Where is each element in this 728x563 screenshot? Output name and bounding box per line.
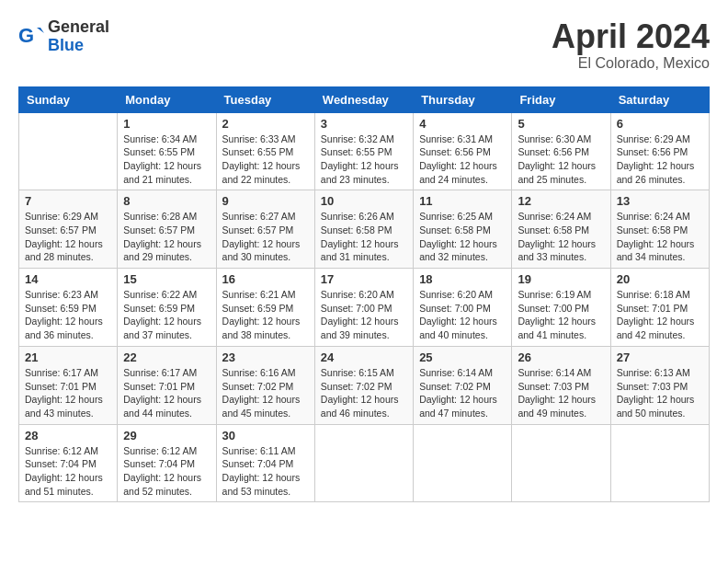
day-number: 9 bbox=[222, 194, 309, 208]
daylight: Daylight: 12 hours and 24 minutes. bbox=[419, 160, 497, 185]
sunrise: Sunrise: 6:13 AM bbox=[617, 367, 690, 378]
daylight: Daylight: 12 hours and 25 minutes. bbox=[518, 160, 596, 185]
location: El Colorado, Mexico bbox=[552, 55, 710, 72]
calendar-cell bbox=[610, 424, 709, 502]
day-number: 21 bbox=[25, 350, 111, 364]
daylight: Daylight: 12 hours and 26 minutes. bbox=[617, 160, 695, 185]
calendar-cell: 30 Sunrise: 6:11 AM Sunset: 7:04 PM Dayl… bbox=[216, 424, 314, 502]
cell-info: Sunrise: 6:24 AM Sunset: 6:58 PM Dayligh… bbox=[617, 210, 703, 264]
daylight: Daylight: 12 hours and 39 minutes. bbox=[321, 316, 399, 340]
calendar-cell: 6 Sunrise: 6:29 AM Sunset: 6:56 PM Dayli… bbox=[610, 112, 709, 190]
sunset: Sunset: 6:59 PM bbox=[25, 303, 97, 314]
cell-info: Sunrise: 6:12 AM Sunset: 7:04 PM Dayligh… bbox=[123, 444, 210, 499]
calendar-cell: 29 Sunrise: 6:12 AM Sunset: 7:04 PM Dayl… bbox=[118, 424, 216, 502]
calendar-cell: 26 Sunrise: 6:14 AM Sunset: 7:03 PM Dayl… bbox=[512, 346, 610, 424]
daylight: Daylight: 12 hours and 31 minutes. bbox=[321, 238, 399, 263]
day-number: 26 bbox=[518, 350, 604, 364]
cell-info: Sunrise: 6:18 AM Sunset: 7:01 PM Dayligh… bbox=[617, 288, 703, 342]
daylight: Daylight: 12 hours and 29 minutes. bbox=[123, 238, 201, 263]
calendar-week-row: 7 Sunrise: 6:29 AM Sunset: 6:57 PM Dayli… bbox=[19, 190, 710, 269]
sunrise: Sunrise: 6:28 AM bbox=[123, 211, 197, 222]
cell-info: Sunrise: 6:31 AM Sunset: 6:56 PM Dayligh… bbox=[419, 132, 506, 187]
cell-info: Sunrise: 6:23 AM Sunset: 6:59 PM Dayligh… bbox=[25, 288, 111, 342]
cell-info: Sunrise: 6:12 AM Sunset: 7:04 PM Dayligh… bbox=[25, 444, 111, 499]
page-header: G General Blue April 2024 El Colorado, M… bbox=[18, 18, 710, 72]
calendar-week-row: 21 Sunrise: 6:17 AM Sunset: 7:01 PM Dayl… bbox=[19, 346, 710, 424]
calendar-cell: 4 Sunrise: 6:31 AM Sunset: 6:56 PM Dayli… bbox=[414, 112, 512, 190]
daylight: Daylight: 12 hours and 22 minutes. bbox=[222, 160, 301, 185]
daylight: Daylight: 12 hours and 47 minutes. bbox=[419, 394, 497, 419]
sunset: Sunset: 7:02 PM bbox=[222, 381, 294, 392]
sunset: Sunset: 6:56 PM bbox=[419, 146, 491, 157]
daylight: Daylight: 12 hours and 45 minutes. bbox=[222, 394, 301, 419]
calendar-day-header: Monday bbox=[118, 86, 216, 112]
calendar-day-header: Wednesday bbox=[314, 86, 413, 112]
logo-general: General bbox=[48, 18, 109, 37]
day-number: 24 bbox=[321, 350, 407, 364]
daylight: Daylight: 12 hours and 46 minutes. bbox=[321, 394, 399, 419]
daylight: Daylight: 12 hours and 53 minutes. bbox=[222, 472, 301, 497]
sunrise: Sunrise: 6:19 AM bbox=[518, 289, 591, 300]
daylight: Daylight: 12 hours and 52 minutes. bbox=[123, 472, 201, 497]
day-number: 13 bbox=[617, 194, 703, 208]
calendar-week-row: 1 Sunrise: 6:34 AM Sunset: 6:55 PM Dayli… bbox=[19, 112, 710, 190]
cell-info: Sunrise: 6:14 AM Sunset: 7:02 PM Dayligh… bbox=[419, 366, 506, 420]
month-title: April 2024 bbox=[552, 18, 710, 55]
day-number: 23 bbox=[222, 350, 309, 364]
calendar-header-row: SundayMondayTuesdayWednesdayThursdayFrid… bbox=[19, 86, 710, 112]
calendar-week-row: 28 Sunrise: 6:12 AM Sunset: 7:04 PM Dayl… bbox=[19, 424, 710, 502]
sunset: Sunset: 6:57 PM bbox=[123, 224, 195, 236]
sunrise: Sunrise: 6:23 AM bbox=[25, 289, 98, 300]
cell-info: Sunrise: 6:15 AM Sunset: 7:02 PM Dayligh… bbox=[321, 366, 407, 420]
calendar-cell: 16 Sunrise: 6:21 AM Sunset: 6:59 PM Dayl… bbox=[216, 269, 314, 347]
sunset: Sunset: 7:00 PM bbox=[419, 303, 491, 314]
cell-info: Sunrise: 6:16 AM Sunset: 7:02 PM Dayligh… bbox=[222, 366, 309, 420]
sunrise: Sunrise: 6:15 AM bbox=[321, 367, 394, 378]
cell-info: Sunrise: 6:19 AM Sunset: 7:00 PM Dayligh… bbox=[518, 288, 604, 342]
sunrise: Sunrise: 6:24 AM bbox=[617, 211, 690, 222]
calendar-cell: 20 Sunrise: 6:18 AM Sunset: 7:01 PM Dayl… bbox=[610, 269, 709, 347]
cell-info: Sunrise: 6:13 AM Sunset: 7:03 PM Dayligh… bbox=[617, 366, 703, 420]
cell-info: Sunrise: 6:32 AM Sunset: 6:55 PM Dayligh… bbox=[321, 132, 407, 187]
calendar-cell bbox=[512, 424, 610, 502]
sunrise: Sunrise: 6:14 AM bbox=[419, 367, 493, 378]
day-number: 8 bbox=[123, 194, 210, 208]
sunset: Sunset: 6:58 PM bbox=[419, 224, 491, 236]
sunrise: Sunrise: 6:31 AM bbox=[419, 133, 493, 144]
cell-info: Sunrise: 6:26 AM Sunset: 6:58 PM Dayligh… bbox=[321, 210, 407, 264]
calendar-cell: 19 Sunrise: 6:19 AM Sunset: 7:00 PM Dayl… bbox=[512, 269, 610, 347]
daylight: Daylight: 12 hours and 28 minutes. bbox=[25, 238, 103, 263]
sunrise: Sunrise: 6:17 AM bbox=[123, 367, 197, 378]
cell-info: Sunrise: 6:17 AM Sunset: 7:01 PM Dayligh… bbox=[123, 366, 210, 420]
sunrise: Sunrise: 6:34 AM bbox=[123, 133, 197, 144]
sunset: Sunset: 6:59 PM bbox=[123, 303, 195, 314]
daylight: Daylight: 12 hours and 43 minutes. bbox=[25, 394, 103, 419]
calendar-cell: 2 Sunrise: 6:33 AM Sunset: 6:55 PM Dayli… bbox=[216, 112, 314, 190]
sunrise: Sunrise: 6:22 AM bbox=[123, 289, 197, 300]
calendar-cell: 3 Sunrise: 6:32 AM Sunset: 6:55 PM Dayli… bbox=[314, 112, 413, 190]
day-number: 10 bbox=[321, 194, 407, 208]
sunrise: Sunrise: 6:16 AM bbox=[222, 367, 296, 378]
cell-info: Sunrise: 6:29 AM Sunset: 6:56 PM Dayligh… bbox=[617, 132, 703, 187]
daylight: Daylight: 12 hours and 44 minutes. bbox=[123, 394, 201, 419]
day-number: 18 bbox=[419, 272, 506, 286]
calendar-cell: 21 Sunrise: 6:17 AM Sunset: 7:01 PM Dayl… bbox=[19, 346, 118, 424]
day-number: 15 bbox=[123, 272, 210, 286]
calendar-cell bbox=[19, 112, 118, 190]
sunrise: Sunrise: 6:20 AM bbox=[419, 289, 493, 300]
day-number: 20 bbox=[617, 272, 703, 286]
daylight: Daylight: 12 hours and 40 minutes. bbox=[419, 316, 497, 340]
sunset: Sunset: 7:00 PM bbox=[321, 303, 392, 314]
sunrise: Sunrise: 6:26 AM bbox=[321, 211, 394, 222]
cell-info: Sunrise: 6:25 AM Sunset: 6:58 PM Dayligh… bbox=[419, 210, 506, 264]
daylight: Daylight: 12 hours and 38 minutes. bbox=[222, 316, 301, 340]
calendar-day-header: Thursday bbox=[414, 86, 512, 112]
title-block: April 2024 El Colorado, Mexico bbox=[552, 18, 710, 72]
sunset: Sunset: 7:00 PM bbox=[518, 303, 589, 314]
svg-marker-1 bbox=[37, 28, 44, 33]
sunrise: Sunrise: 6:29 AM bbox=[617, 133, 690, 144]
day-number: 17 bbox=[321, 272, 407, 286]
calendar-day-header: Saturday bbox=[610, 86, 709, 112]
sunrise: Sunrise: 6:12 AM bbox=[25, 445, 98, 456]
day-number: 22 bbox=[123, 350, 210, 364]
